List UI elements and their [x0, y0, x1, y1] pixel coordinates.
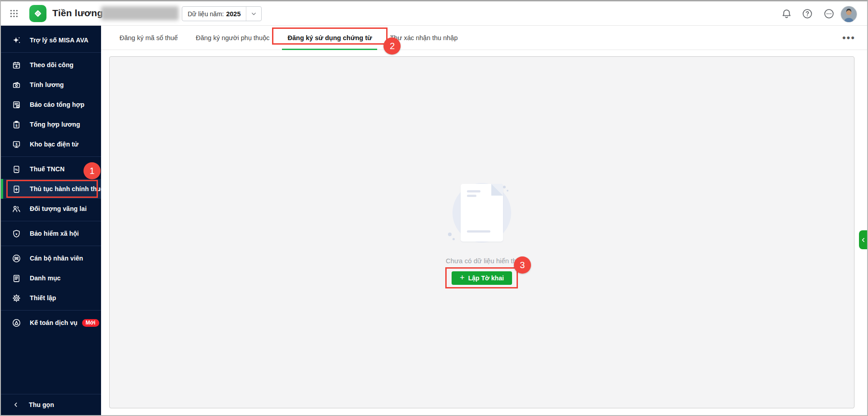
sidebar-divider — [1, 246, 101, 246]
gear-icon — [12, 293, 21, 303]
chevron-down-icon — [246, 7, 261, 21]
sidebar-item-label: Báo cáo tổng hợp — [30, 101, 84, 108]
sidebar-item-label: Thiết lập — [30, 294, 56, 302]
sidebar-item-label: Danh mục — [30, 274, 60, 282]
user-avatar[interactable] — [840, 6, 857, 23]
new-badge: Mới — [82, 319, 99, 327]
empty-document-illustration — [443, 182, 520, 245]
sidebar-item-danh-muc[interactable]: Danh mục — [1, 268, 101, 288]
document-percent-icon: % — [12, 165, 21, 174]
sidebar-item-thu-tuc-hanh-chinh-thue[interactable]: Thủ tục hành chính thuế 1 — [1, 179, 101, 199]
tab-thu-xac-nhan-thu-nhap[interactable]: Thư xác nhận thu nhập — [381, 26, 466, 50]
sidebar-collapse-button[interactable]: Thu gọn — [1, 394, 101, 415]
sidebar-item-label: Kế toán dịch vụ — [30, 319, 78, 326]
tab-label: Đăng ký sử dụng chứng từ — [287, 34, 372, 41]
document-plus-icon — [12, 184, 21, 194]
expand-panel-tab[interactable] — [859, 230, 867, 249]
sidebar-divider — [1, 156, 101, 157]
plus-icon: + — [460, 274, 465, 282]
svg-text:$: $ — [15, 142, 17, 146]
sidebar-item-theo-doi-cong[interactable]: Theo dõi công — [1, 55, 101, 75]
active-tab-underline — [282, 49, 377, 50]
users-circle-icon — [12, 254, 21, 263]
sidebar-item-can-bo-nhan-vien[interactable]: Cán bộ nhân viên — [1, 248, 101, 268]
data-year-value: 2025 — [226, 10, 240, 18]
sidebar-item-label: Đối tượng vãng lai — [30, 205, 87, 212]
sidebar-item-kho-bac-dien-tu[interactable]: $ Kho bạc điện tử — [1, 134, 101, 154]
create-declaration-button[interactable]: + Lập Tờ khai — [452, 271, 512, 285]
tab-dang-ky-su-dung-chung-tu[interactable]: Đăng ký sử dụng chứng từ 2 — [278, 26, 381, 50]
sidebar-item-bao-hiem-xa-hoi[interactable]: ♥ Bảo hiểm xã hội — [1, 224, 101, 243]
empty-state: Chưa có dữ liệu hiển thị + Lập Tờ khai 3 — [410, 182, 554, 285]
tab-dang-ky-nguoi-phu-thuoc[interactable]: Đăng ký người phụ thuộc — [187, 26, 279, 50]
sidebar-item-label: Cán bộ nhân viên — [30, 255, 83, 262]
report-icon — [12, 100, 21, 110]
tab-label: Đăng ký mã số thuế — [120, 34, 178, 41]
wallet-icon — [12, 80, 21, 90]
sidebar-item-thiet-lap[interactable]: Thiết lập — [1, 288, 101, 308]
app-grid-icon[interactable] — [8, 8, 20, 19]
chevron-left-icon — [13, 400, 19, 410]
ai-sparkle-icon — [12, 36, 21, 45]
active-indicator — [1, 179, 3, 199]
sidebar-item-tong-hop-luong[interactable]: $ Tổng hợp lương — [1, 114, 101, 134]
collapse-label: Thu gọn — [29, 401, 54, 408]
sidebar-item-tinh-luong[interactable]: Tính lương — [1, 75, 101, 95]
sidebar-divider — [1, 221, 101, 221]
misa-logo — [29, 5, 46, 22]
sidebar-item-label: Trợ lý số MISA AVA — [30, 37, 88, 44]
more-options-icon[interactable] — [822, 7, 835, 20]
sidebar-item-ke-toan-dich-vu[interactable]: Kế toán dịch vụ Mới — [1, 313, 101, 333]
svg-text:♥: ♥ — [15, 232, 17, 236]
sidebar-item-label: Bảo hiểm xã hội — [30, 230, 79, 237]
sidebar-item-label: Tính lương — [30, 81, 64, 88]
empty-state-text: Chưa có dữ liệu hiển thị — [410, 257, 554, 265]
company-name-redacted — [101, 6, 179, 20]
main-content: Chưa có dữ liệu hiển thị + Lập Tờ khai 3 — [101, 50, 867, 415]
content-panel: Chưa có dữ liệu hiển thị + Lập Tờ khai 3 — [109, 56, 854, 408]
notifications-bell-icon[interactable] — [780, 7, 793, 20]
list-icon — [12, 274, 21, 283]
sidebar-item-bao-cao-tong-hop[interactable]: Báo cáo tổng hợp — [1, 95, 101, 114]
create-declaration-label: Lập Tờ khai — [468, 274, 504, 282]
app-window: Tiền lương Dữ liệu năm: 2025 — [0, 0, 868, 416]
shield-heart-icon: ♥ — [12, 229, 21, 238]
app-title: Tiền lương — [52, 8, 103, 18]
sidebar-item-thue-tncn[interactable]: % Thuế TNCN — [1, 159, 101, 179]
monitor-dollar-icon: $ — [12, 140, 21, 149]
sidebar-item-label: Kho bạc điện tử — [30, 141, 78, 148]
sidebar-nav: Trợ lý số MISA AVA Theo dõi công Tính lư… — [1, 26, 101, 415]
data-year-label: Dữ liệu năm: — [188, 10, 224, 18]
sidebar-item-label: Thuế TNCN — [30, 165, 65, 173]
data-year-selector[interactable]: Dữ liệu năm: 2025 — [182, 6, 262, 21]
tab-dang-ky-ma-so-thue[interactable]: Đăng ký mã số thuế — [111, 26, 187, 50]
tab-label: Thư xác nhận thu nhập — [390, 34, 457, 41]
tab-label: Đăng ký người phụ thuộc — [196, 34, 270, 41]
tab-overflow-menu-icon[interactable]: ••• — [842, 26, 855, 50]
people-icon — [12, 204, 21, 214]
sidebar-item-doi-tuong-vang-lai[interactable]: Đối tượng vãng lai — [1, 199, 101, 219]
svg-text:$: $ — [15, 123, 18, 127]
svg-text:%: % — [15, 167, 18, 171]
sidebar-item-label: Thủ tục hành chính thuế — [30, 185, 104, 192]
sidebar-divider — [1, 310, 101, 311]
service-accounting-icon — [12, 318, 21, 328]
calendar-plus-icon — [12, 60, 21, 70]
sidebar-item-tro-ly-so-misa-ava[interactable]: Trợ lý số MISA AVA — [1, 30, 101, 50]
tab-bar: Đăng ký mã số thuế Đăng ký người phụ thu… — [101, 26, 867, 50]
chevron-left-icon — [861, 238, 866, 242]
help-icon[interactable] — [801, 7, 813, 20]
top-header: Tiền lương Dữ liệu năm: 2025 — [1, 1, 867, 26]
clipboard-dollar-icon: $ — [12, 120, 21, 129]
sidebar-item-label: Theo dõi công — [30, 61, 74, 69]
sidebar-divider — [1, 52, 101, 53]
sidebar-item-label: Tổng hợp lương — [30, 121, 80, 128]
